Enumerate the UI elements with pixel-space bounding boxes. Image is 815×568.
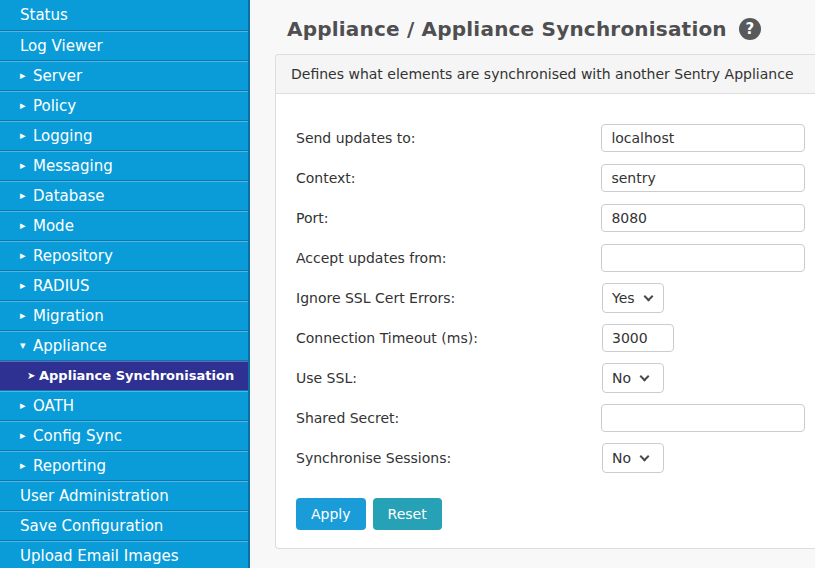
context-input[interactable] <box>601 164 805 192</box>
sidebar-item-label: Appliance Synchronisation <box>39 368 234 383</box>
expand-right-icon: ▸ <box>20 460 33 471</box>
expand-right-icon: ▸ <box>20 280 33 291</box>
settings-form: Send updates to: Context: Port: Accept u… <box>276 94 815 548</box>
sidebar-item-label: Logging <box>33 127 93 145</box>
field-label: Shared Secret: <box>296 410 601 426</box>
sidebar-item-save-configuration[interactable]: Save Configuration <box>0 510 248 540</box>
form-row: Port: <box>296 198 805 238</box>
form-row: Send updates to: <box>296 118 805 158</box>
page-title: Appliance / Appliance Synchronisation <box>287 17 727 41</box>
expand-right-icon: ▸ <box>20 250 33 261</box>
sidebar-item-label: Migration <box>33 307 104 325</box>
reset-button[interactable]: Reset <box>373 498 442 530</box>
expand-right-icon: ▸ <box>20 130 33 141</box>
sidebar-item-label: OATH <box>33 397 74 415</box>
sidebar-item-migration[interactable]: ▸Migration <box>0 300 248 330</box>
shared-secret-input[interactable] <box>601 404 805 432</box>
field-label: Context: <box>296 170 601 186</box>
field-label: Ignore SSL Cert Errors: <box>296 290 602 306</box>
connection-timeout-input[interactable] <box>602 324 674 352</box>
chevron-down-icon <box>640 371 650 381</box>
expand-right-icon: ▸ <box>20 220 33 231</box>
main-content: Appliance / Appliance Synchronisation ? … <box>250 0 815 568</box>
sidebar-item-label: Mode <box>33 217 74 235</box>
sidebar-item-label: Save Configuration <box>20 517 163 535</box>
sidebar-item-label: Server <box>33 67 82 85</box>
sidebar-item-label: Log Viewer <box>20 37 103 55</box>
sidebar-item-config-sync[interactable]: ▸Config Sync <box>0 420 248 450</box>
expand-right-icon: ▸ <box>20 100 33 111</box>
sidebar-item-appliance-synchronisation[interactable]: ➤Appliance Synchronisation <box>0 360 248 390</box>
form-actions: Apply Reset <box>296 498 805 530</box>
expand-right-icon: ▸ <box>20 160 33 171</box>
sidebar-item-upload-email-images[interactable]: Upload Email Images <box>0 540 248 568</box>
sidebar-item-reporting[interactable]: ▸Reporting <box>0 450 248 480</box>
sub-arrow-icon: ➤ <box>27 371 39 381</box>
form-row: Synchronise Sessions: No <box>296 438 805 478</box>
expand-down-icon: ▾ <box>20 340 33 351</box>
sidebar-item-label: Database <box>33 187 105 205</box>
port-input[interactable] <box>601 204 805 232</box>
sidebar-item-label: User Administration <box>20 487 169 505</box>
field-label: Port: <box>296 210 601 226</box>
sidebar-item-label: RADIUS <box>33 277 90 295</box>
field-label: Accept updates from: <box>296 250 601 266</box>
field-label: Connection Timeout (ms): <box>296 330 602 346</box>
chevron-down-icon <box>643 291 653 301</box>
sidebar-item-label: Upload Email Images <box>20 547 179 565</box>
select-value: Yes <box>612 290 635 306</box>
sidebar-item-label: Status <box>20 6 68 24</box>
sidebar-item-logging[interactable]: ▸Logging <box>0 120 248 150</box>
expand-right-icon: ▸ <box>20 190 33 201</box>
synchronise-sessions-select[interactable]: No <box>602 443 664 473</box>
select-value: No <box>612 450 631 466</box>
help-icon[interactable]: ? <box>739 18 761 40</box>
sidebar-item-status[interactable]: Status <box>0 0 248 30</box>
sidebar-item-user-administration[interactable]: User Administration <box>0 480 248 510</box>
panel-description: Defines what elements are synchronised w… <box>276 55 815 94</box>
ignore-ssl-cert-errors-select[interactable]: Yes <box>602 283 664 313</box>
sidebar: Status Log Viewer ▸Server ▸Policy ▸Loggi… <box>0 0 250 568</box>
sidebar-item-oath[interactable]: ▸OATH <box>0 390 248 420</box>
field-label: Use SSL: <box>296 370 602 386</box>
expand-right-icon: ▸ <box>20 70 33 81</box>
form-row: Connection Timeout (ms): <box>296 318 805 358</box>
form-row: Shared Secret: <box>296 398 805 438</box>
sidebar-item-messaging[interactable]: ▸Messaging <box>0 150 248 180</box>
sidebar-item-server[interactable]: ▸Server <box>0 60 248 90</box>
sidebar-item-label: Messaging <box>33 157 113 175</box>
chevron-down-icon <box>640 451 650 461</box>
apply-button[interactable]: Apply <box>296 498 366 530</box>
sidebar-item-appliance[interactable]: ▾Appliance <box>0 330 248 360</box>
use-ssl-select[interactable]: No <box>602 363 664 393</box>
sidebar-item-policy[interactable]: ▸Policy <box>0 90 248 120</box>
sidebar-item-label: Reporting <box>33 457 106 475</box>
expand-right-icon: ▸ <box>20 400 33 411</box>
page-header: Appliance / Appliance Synchronisation ? <box>287 14 815 44</box>
settings-panel: Defines what elements are synchronised w… <box>275 54 815 549</box>
expand-right-icon: ▸ <box>20 430 33 441</box>
field-label: Send updates to: <box>296 130 601 146</box>
form-row: Context: <box>296 158 805 198</box>
form-row: Use SSL: No <box>296 358 805 398</box>
sidebar-item-log-viewer[interactable]: Log Viewer <box>0 30 248 60</box>
sidebar-item-repository[interactable]: ▸Repository <box>0 240 248 270</box>
sidebar-item-label: Config Sync <box>33 427 122 445</box>
expand-right-icon: ▸ <box>20 310 33 321</box>
select-value: No <box>612 370 631 386</box>
form-row: Ignore SSL Cert Errors: Yes <box>296 278 805 318</box>
sidebar-item-mode[interactable]: ▸Mode <box>0 210 248 240</box>
sidebar-item-label: Policy <box>33 97 76 115</box>
field-label: Synchronise Sessions: <box>296 450 602 466</box>
sidebar-item-database[interactable]: ▸Database <box>0 180 248 210</box>
sidebar-item-label: Repository <box>33 247 113 265</box>
send-updates-to-input[interactable] <box>601 124 805 152</box>
accept-updates-from-input[interactable] <box>601 244 805 272</box>
sidebar-item-label: Appliance <box>33 337 107 355</box>
form-row: Accept updates from: <box>296 238 805 278</box>
sidebar-item-radius[interactable]: ▸RADIUS <box>0 270 248 300</box>
